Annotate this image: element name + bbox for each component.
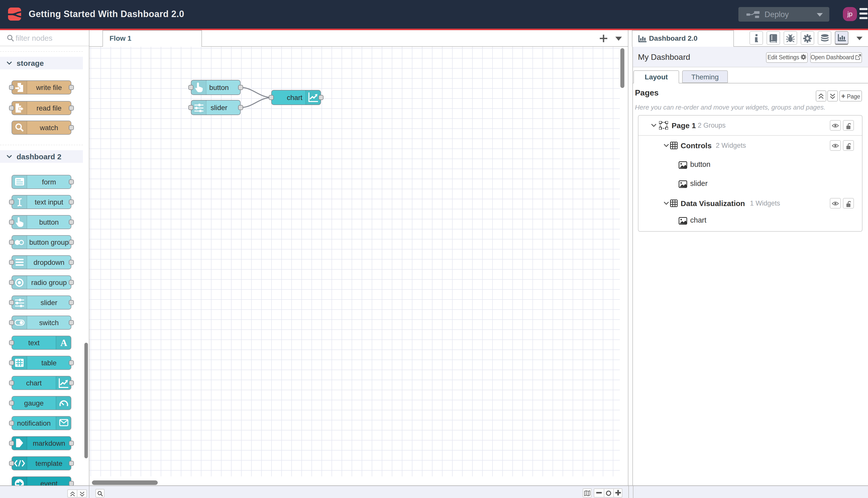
svg-text:A: A bbox=[60, 338, 67, 348]
